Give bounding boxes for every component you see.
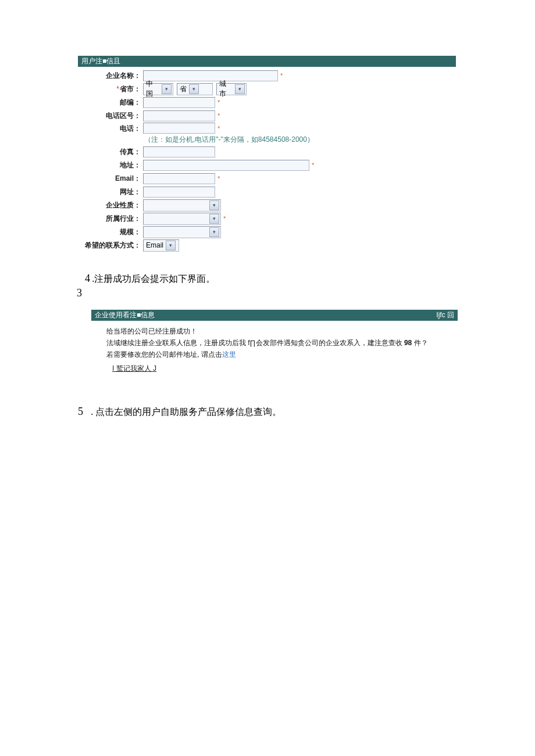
input-area-code[interactable] [143, 110, 215, 121]
select-nature[interactable]: ▾ [143, 199, 221, 212]
label-company: 企业名称： [78, 71, 143, 81]
label-address: 地址： [78, 160, 143, 170]
label-website: 网址： [78, 187, 143, 197]
required-icon: * [223, 215, 226, 222]
input-website[interactable] [143, 187, 215, 198]
step-5-number: 5 [78, 406, 83, 417]
select-industry[interactable]: ▾ [143, 213, 221, 225]
label-email: Email： [78, 174, 143, 184]
modify-email-link[interactable]: 这里 [222, 350, 236, 359]
select-contact-pref[interactable]: Email ▾ [143, 239, 179, 252]
required-icon: * [217, 175, 220, 182]
required-icon: * [280, 72, 283, 79]
input-address[interactable] [143, 160, 309, 171]
register-contact-link[interactable]: I 鹫记我家人 J [112, 363, 156, 374]
select-province[interactable]: 省 ▾ [177, 83, 213, 95]
select-city[interactable]: 城市 ▾ [216, 83, 247, 95]
phone-note: （注：如是分机,电话用"-"来分隔，如84584508-2000） [144, 135, 314, 145]
success-header-bar: 企业使用看注■信息 Ijfc 回 [91, 310, 458, 321]
success-panel: 企业使用看注■信息 Ijfc 回 给当塔的公司已经注册成功！ 法域继续注册企业联… [91, 310, 458, 377]
step-3-number: 3 [77, 287, 82, 299]
success-line-3: 若需要修改您的公司邮件地址, 谓点击这里 [106, 349, 452, 360]
input-fax[interactable] [143, 146, 215, 157]
required-icon: * [312, 162, 314, 169]
select-country[interactable]: 中国 ▾ [143, 83, 173, 95]
form-header-text: 用户注■信且 [81, 57, 120, 65]
chevron-down-icon: ▾ [209, 214, 219, 224]
required-prefix: * [116, 85, 119, 93]
label-phone: 电话： [78, 123, 143, 134]
input-company[interactable] [143, 70, 278, 81]
label-province-city: *省市： [78, 84, 143, 94]
label-fax: 传真： [78, 147, 143, 157]
required-icon: * [217, 99, 220, 106]
label-scale: 规模： [78, 227, 143, 237]
step-4-text: .注册成功后会提示如下界面。 [92, 274, 215, 284]
label-contact-pref: 希望的联系方式： [78, 241, 143, 250]
label-industry: 所属行业： [78, 214, 143, 224]
label-postal: 邮编： [78, 98, 143, 108]
chevron-down-icon: ▾ [162, 84, 172, 94]
chevron-down-icon: ▾ [166, 241, 176, 250]
label-nature: 企业性质： [78, 200, 143, 210]
chevron-down-icon: ▾ [235, 84, 245, 94]
step-5-text: . 点击左侧的用户自助服务产品保修信息查询。 [91, 407, 281, 417]
success-line-2: 法域继续注册企业联系人信息，注册戍功后我 f∏会发部件遇知贪公司的企业农系入，建… [106, 337, 452, 349]
form-header-bar: 用户注■信且 [78, 56, 456, 67]
required-icon: * [217, 125, 220, 132]
success-header-right: Ijfc 回 [436, 311, 454, 320]
input-phone[interactable] [143, 123, 215, 134]
label-area-code: 电话区号： [78, 111, 143, 121]
chevron-down-icon: ▾ [209, 200, 219, 210]
required-icon: * [217, 112, 220, 119]
select-scale[interactable]: ▾ [143, 226, 221, 238]
input-email[interactable] [143, 173, 215, 184]
registration-form: 用户注■信且 企业名称： * *省市： 中国 ▾ 省 ▾ [78, 56, 456, 252]
step-4-number: 4 [85, 273, 90, 284]
chevron-down-icon: ▾ [189, 84, 199, 94]
success-line-1: 给当塔的公司已经注册成功！ [106, 325, 452, 337]
chevron-down-icon: ▾ [209, 227, 219, 237]
success-header-left: 企业使用看注■信息 [95, 311, 155, 319]
